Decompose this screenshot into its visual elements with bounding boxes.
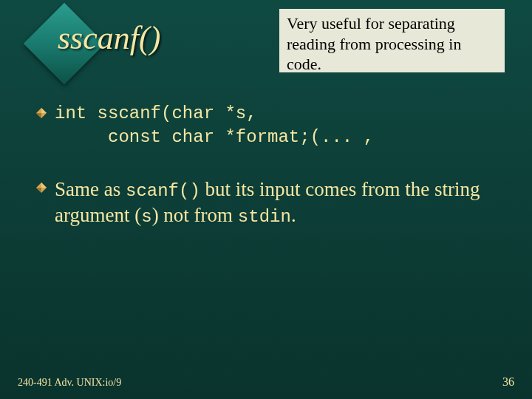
prose-description: Same as scanf() but its input comes from…: [55, 177, 494, 228]
code-declaration: int sscanf(char *s, const char *format;(…: [55, 102, 374, 150]
prose-text: .: [291, 204, 296, 226]
slide-number: 36: [502, 375, 514, 389]
prose-text: Same as: [55, 178, 126, 200]
code-line-1: int sscanf(char *s,: [55, 103, 257, 123]
bullet-prose: Same as scanf() but its input comes from…: [35, 177, 494, 228]
slide-title: sscanf(): [58, 19, 160, 57]
callout-text: Very useful for separating reading from …: [287, 14, 461, 73]
prose-code: scanf(): [126, 181, 200, 201]
prose-code: s: [141, 207, 151, 227]
code-line-2: const char *format;(... ,: [55, 127, 374, 147]
diamond-bullet-icon: [35, 182, 47, 194]
slide-content: int sscanf(char *s, const char *format;(…: [35, 102, 494, 249]
diamond-bullet-icon: [35, 107, 47, 119]
bullet-code: int sscanf(char *s, const char *format;(…: [35, 102, 494, 150]
callout-box: Very useful for separating reading from …: [279, 9, 505, 72]
prose-text: ) not from: [152, 204, 238, 226]
footer-course-label: 240-491 Adv. UNIX:io/9: [18, 377, 121, 389]
prose-code: stdin: [238, 207, 291, 227]
